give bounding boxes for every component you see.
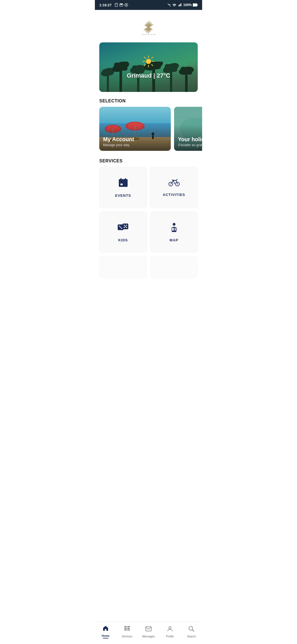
holiday-title: Your holiday [178, 136, 202, 143]
holiday-subtitle: S'évader au gran... [178, 143, 202, 147]
svg-rect-15 [197, 4, 198, 6]
activities-card[interactable]: ACTIVITIES [150, 167, 198, 208]
partial-card-2 [150, 256, 198, 278]
my-account-content: My Account Manage your stay [103, 136, 134, 147]
svg-point-48 [146, 59, 151, 64]
calendar-icon [118, 178, 128, 190]
my-account-subtitle: Manage your stay [103, 143, 134, 147]
svg-point-91 [126, 225, 127, 226]
holiday-content: Your holiday S'évader au gran... [178, 136, 202, 147]
svg-rect-11 [180, 4, 181, 6]
app-logo: prairies de la mer [138, 18, 160, 37]
svg-rect-14 [193, 4, 197, 6]
battery-text: 100% [183, 3, 192, 7]
services-grid-bottom-partial [95, 256, 202, 278]
svg-rect-97 [174, 228, 177, 231]
map-label: MAP [170, 238, 178, 242]
activities-label: ACTIVITIES [163, 193, 185, 197]
svg-point-90 [125, 226, 126, 227]
selection-row: My Account Manage your stay Your holiday… [95, 107, 202, 151]
events-label: EVENTS [115, 193, 131, 198]
status-bar: 1:18:27 100% [95, 0, 202, 10]
svg-point-92 [124, 227, 125, 228]
weather-card[interactable]: Grimaud | 27°C [99, 42, 198, 92]
svg-marker-4 [120, 4, 123, 5]
your-holiday-card[interactable]: Your holiday S'évader au gran... [174, 107, 202, 151]
bicycle-icon [169, 178, 180, 189]
svg-point-93 [126, 227, 127, 228]
status-time: 1:18:27 [99, 3, 128, 7]
svg-rect-2 [116, 4, 117, 5]
svg-line-53 [144, 57, 145, 58]
svg-point-8 [174, 6, 175, 7]
svg-point-86 [120, 227, 121, 228]
svg-point-85 [119, 225, 120, 227]
svg-text:prairies de la mer: prairies de la mer [141, 34, 156, 35]
map-icon [169, 222, 179, 234]
kids-card[interactable]: KIDS [99, 211, 147, 253]
svg-line-54 [152, 64, 153, 66]
svg-point-87 [121, 228, 122, 229]
my-account-title: My Account [103, 136, 134, 143]
svg-point-94 [173, 223, 175, 226]
services-grid: EVENTS ACTIVITIES [95, 167, 202, 253]
status-indicators: 100% [167, 3, 198, 7]
partial-card-1 [99, 256, 147, 278]
svg-rect-77 [119, 179, 128, 182]
svg-point-89 [124, 225, 125, 226]
svg-rect-12 [181, 3, 182, 6]
svg-rect-1 [116, 3, 117, 4]
my-account-card[interactable]: My Account Manage your stay [99, 107, 171, 151]
map-card[interactable]: MAP [150, 211, 198, 253]
selection-section-title: SELECTION [95, 99, 202, 107]
svg-line-7 [167, 3, 171, 7]
svg-line-56 [144, 64, 145, 66]
kids-label: KIDS [118, 238, 128, 242]
svg-rect-10 [179, 5, 180, 7]
sun-icon [142, 55, 155, 70]
svg-line-55 [152, 57, 153, 58]
svg-rect-0 [115, 3, 117, 7]
weather-display: Grimaud | 27°C [127, 72, 170, 79]
svg-rect-9 [178, 5, 179, 6]
events-card[interactable]: EVENTS [99, 167, 147, 208]
svg-point-6 [125, 4, 127, 6]
dice-icon [118, 222, 129, 234]
svg-rect-78 [120, 184, 123, 185]
services-section-title: SERVICES [95, 159, 202, 167]
logo-area: prairies de la mer [95, 10, 202, 42]
svg-rect-96 [172, 228, 174, 231]
